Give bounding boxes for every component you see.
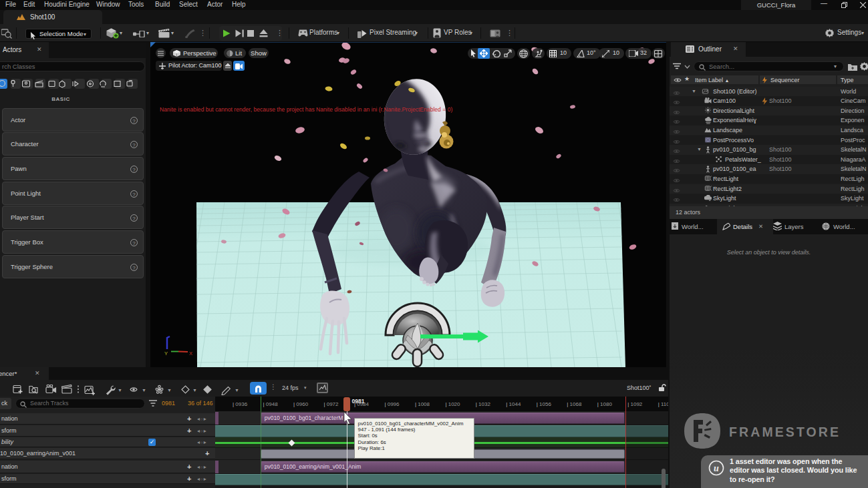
svg-text:Y: Y — [164, 350, 168, 356]
svg-text:▼: ▼ — [118, 388, 122, 393]
svg-text:u: u — [714, 463, 719, 473]
svg-text:▼: ▼ — [167, 388, 172, 393]
svg-text:X: X — [189, 350, 192, 356]
svg-text:▼: ▼ — [142, 388, 146, 393]
svg-text:▼: ▼ — [192, 388, 197, 393]
svg-text:▼: ▼ — [235, 388, 239, 393]
